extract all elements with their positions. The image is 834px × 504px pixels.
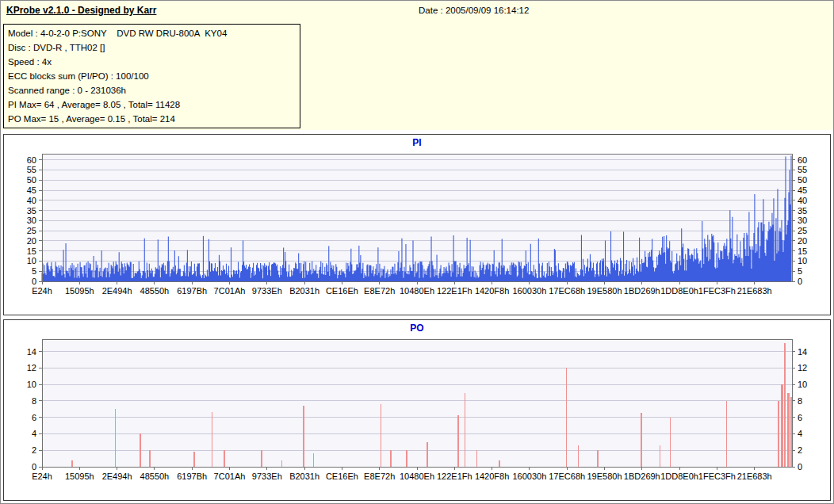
info-line-ecc: ECC blocks sum (PI/PO) : 100/100 (4, 69, 300, 83)
svg-text:B2031h: B2031h (289, 286, 319, 296)
svg-text:45: 45 (798, 185, 807, 195)
info-box: Model : 4-0-2-0 P:SONY DVD RW DRU-800A K… (3, 24, 300, 128)
svg-text:35: 35 (798, 206, 807, 216)
svg-text:20: 20 (798, 236, 807, 246)
svg-text:48550h: 48550h (140, 472, 170, 481)
app-title: KProbe v2.1.0 - Designed by Karr (6, 5, 156, 16)
svg-text:25: 25 (27, 226, 36, 235)
svg-text:122E1Fh: 122E1Fh (437, 286, 472, 296)
info-line-disc: Disc : DVD-R , TTH02 [] (4, 40, 300, 55)
svg-text:9733Eh: 9733Eh (252, 472, 282, 481)
svg-text:35: 35 (27, 206, 36, 216)
svg-text:6197Bh: 6197Bh (177, 286, 207, 296)
svg-text:2: 2 (798, 445, 802, 455)
svg-text:1FEC3Fh: 1FEC3Fh (698, 286, 736, 296)
svg-text:15095h: 15095h (65, 472, 94, 481)
svg-text:17EC68h: 17EC68h (549, 286, 585, 296)
svg-text:0: 0 (32, 462, 36, 472)
svg-text:48550h: 48550h (140, 286, 170, 296)
svg-text:B2031h: B2031h (289, 472, 319, 481)
info-line-pi-stats: PI Max= 64 , Average= 8.05 , Total= 1142… (4, 97, 300, 112)
svg-text:CE16Eh: CE16Eh (326, 286, 358, 296)
svg-text:25: 25 (798, 226, 807, 235)
svg-text:30: 30 (798, 216, 807, 225)
svg-text:6: 6 (32, 413, 36, 422)
svg-text:10: 10 (798, 256, 807, 265)
info-line-model: Model : 4-0-2-0 P:SONY DVD RW DRU-800A K… (4, 26, 300, 40)
svg-text:2: 2 (32, 445, 36, 455)
svg-text:122E1Fh: 122E1Fh (437, 472, 472, 481)
svg-text:21E683h: 21E683h (737, 472, 772, 481)
svg-text:E8E72h: E8E72h (364, 472, 395, 481)
svg-text:0: 0 (798, 277, 802, 286)
svg-text:60: 60 (798, 155, 807, 165)
svg-text:15095h: 15095h (65, 286, 94, 296)
svg-text:10: 10 (798, 380, 807, 389)
svg-text:1FEC3Fh: 1FEC3Fh (698, 472, 736, 481)
svg-text:60: 60 (27, 155, 36, 165)
svg-text:50: 50 (798, 175, 807, 185)
svg-text:0: 0 (32, 277, 36, 286)
svg-text:0: 0 (798, 462, 802, 472)
pi-chart-title: PI (4, 135, 830, 150)
svg-text:1DD8E0h: 1DD8E0h (660, 286, 698, 296)
svg-text:8: 8 (798, 396, 802, 406)
svg-text:15: 15 (27, 246, 36, 256)
svg-text:10480Eh: 10480Eh (400, 472, 434, 481)
svg-text:2E494h: 2E494h (102, 286, 132, 296)
pi-chart-canvas: 0055101015152020252530303535404045455050… (4, 150, 830, 313)
svg-text:4: 4 (32, 429, 36, 438)
svg-text:45: 45 (27, 185, 36, 195)
svg-text:10: 10 (27, 256, 36, 265)
svg-text:1420F8h: 1420F8h (475, 286, 509, 296)
svg-text:21E683h: 21E683h (737, 286, 772, 296)
svg-text:15: 15 (798, 246, 807, 256)
po-chart-pane: PO 0022446688101012121414E24h15095h2E494… (3, 319, 831, 501)
svg-text:CE16Eh: CE16Eh (326, 472, 358, 481)
svg-text:160030h: 160030h (512, 472, 546, 481)
date-label: Date : 2005/09/09 16:14:12 (419, 6, 529, 15)
info-line-po-stats: PO Max= 15 , Average= 0.15 , Total= 214 (4, 112, 300, 126)
po-chart-canvas: 0022446688101012121414E24h15095h2E494h48… (4, 335, 830, 498)
kprobe-window: KProbe v2.1.0 - Designed by Karr Date : … (0, 0, 834, 504)
svg-text:E24h: E24h (32, 472, 52, 481)
po-chart-title: PO (4, 320, 830, 335)
svg-text:8: 8 (32, 396, 36, 406)
svg-text:12: 12 (798, 363, 807, 372)
svg-text:55: 55 (27, 165, 36, 174)
svg-text:6: 6 (798, 413, 802, 422)
svg-text:160030h: 160030h (512, 286, 546, 296)
svg-text:40: 40 (27, 196, 36, 205)
svg-text:7C01Ah: 7C01Ah (214, 286, 246, 296)
info-line-range: Scanned range : 0 - 231036h (4, 83, 300, 97)
svg-text:14: 14 (798, 347, 807, 357)
svg-text:12: 12 (27, 363, 36, 372)
svg-text:10: 10 (27, 380, 36, 389)
svg-text:14: 14 (27, 347, 36, 357)
svg-text:E24h: E24h (32, 286, 52, 296)
svg-text:40: 40 (798, 196, 807, 205)
svg-text:1DD8E0h: 1DD8E0h (660, 472, 698, 481)
svg-text:1420F8h: 1420F8h (475, 472, 509, 481)
svg-text:19E580h: 19E580h (587, 472, 622, 481)
svg-text:2E494h: 2E494h (102, 472, 132, 481)
svg-text:9733Eh: 9733Eh (252, 286, 282, 296)
svg-text:1BD269h: 1BD269h (624, 472, 660, 481)
svg-text:5: 5 (798, 266, 802, 276)
svg-text:1BD269h: 1BD269h (624, 286, 660, 296)
svg-text:E8E72h: E8E72h (364, 286, 395, 296)
svg-text:50: 50 (27, 175, 36, 185)
svg-text:55: 55 (798, 165, 807, 174)
svg-text:5: 5 (32, 266, 36, 276)
svg-text:6197Bh: 6197Bh (177, 472, 207, 481)
svg-text:20: 20 (27, 236, 36, 246)
svg-text:30: 30 (27, 216, 36, 225)
svg-text:10480Eh: 10480Eh (400, 286, 434, 296)
svg-text:4: 4 (798, 429, 802, 438)
header-pane: KProbe v2.1.0 - Designed by Karr Date : … (1, 1, 833, 130)
svg-text:19E580h: 19E580h (587, 286, 622, 296)
info-line-speed: Speed : 4x (4, 55, 300, 69)
svg-text:17EC68h: 17EC68h (549, 472, 585, 481)
svg-text:7C01Ah: 7C01Ah (214, 472, 246, 481)
pi-chart-pane: PI 0055101015152020252530303535404045455… (3, 134, 831, 315)
